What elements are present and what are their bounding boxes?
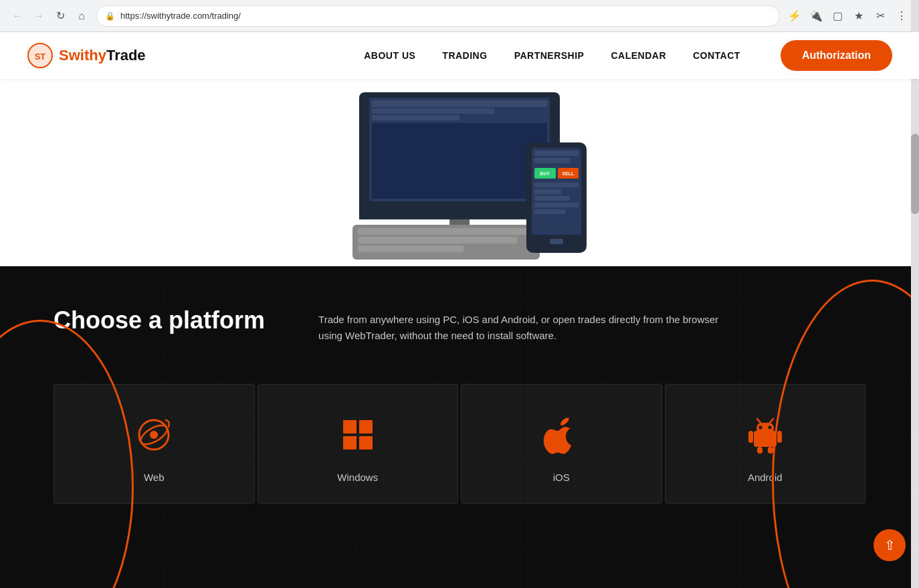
browser-chrome: ← → ↻ ⌂ 🔒 https://swithytrade.com/tradin… (0, 0, 919, 32)
phone-mockup: BUY SELL (526, 142, 587, 253)
scrollbar-track[interactable] (911, 0, 919, 588)
windows-icon (334, 411, 381, 458)
hero-devices: BUY SELL (346, 79, 573, 266)
browser-nav-buttons: ← → ↻ ⌂ (8, 7, 91, 25)
svg-rect-16 (748, 431, 753, 443)
svg-text:ST: ST (35, 52, 46, 62)
nav-link-calendar[interactable]: CALENDAR (611, 50, 666, 61)
svg-rect-9 (359, 436, 373, 450)
svg-point-5 (150, 431, 158, 439)
android-icon (742, 411, 789, 458)
platform-card-android[interactable]: Android (665, 384, 866, 504)
nav-item-about[interactable]: ABOUT US (364, 50, 415, 62)
keyboard (352, 225, 540, 260)
platform-description: Trade from anywhere using PC, iOS and An… (318, 306, 733, 344)
platform-card-ios[interactable]: iOS (461, 384, 662, 504)
nav-link-contact[interactable]: CONTACT (693, 50, 740, 61)
logo-text: SwithyTrade (59, 47, 146, 64)
nav-link-partnership[interactable]: PARTNERSHIP (514, 50, 585, 61)
menu-button[interactable]: ⋮ (892, 7, 911, 25)
lock-icon: 🔒 (105, 11, 115, 21)
platform-header: Choose a platform Trade from anywhere us… (54, 306, 865, 344)
svg-rect-7 (359, 420, 373, 433)
arrow-up-icon: ⇧ (884, 537, 896, 553)
nav-item-contact[interactable]: CONTACT (693, 50, 740, 62)
refresh-button[interactable]: ↻ (51, 7, 70, 25)
svg-rect-8 (343, 436, 356, 450)
platform-card-windows[interactable]: Windows (258, 384, 459, 504)
nav-link-about[interactable]: ABOUT US (364, 50, 415, 61)
platform-title: Choose a platform (54, 306, 265, 334)
dark-section: Choose a platform Trade from anywhere us… (0, 266, 919, 588)
nav-link-trading[interactable]: TRADING (442, 50, 487, 61)
address-bar[interactable]: 🔒 https://swithytrade.com/trading/ (96, 5, 780, 27)
forward-button[interactable]: → (29, 7, 48, 25)
nav-item-calendar[interactable]: CALENDAR (611, 50, 666, 62)
web-label: Web (144, 472, 165, 483)
svg-rect-6 (343, 420, 356, 433)
nav-item-trading[interactable]: TRADING (442, 50, 487, 62)
desktop-mockup: BUY SELL (346, 92, 573, 266)
back-button[interactable]: ← (8, 7, 27, 25)
ios-icon (538, 411, 585, 458)
bolt-icon-button[interactable]: ⚡ (785, 7, 804, 25)
web-icon (130, 411, 177, 458)
tools-button[interactable]: ✂ (871, 7, 890, 25)
monitor-screen (369, 98, 550, 201)
tab-button[interactable]: ▢ (828, 7, 847, 25)
url-text: https://swithytrade.com/trading/ (120, 11, 241, 21)
phone-screen: BUY SELL (532, 148, 581, 235)
svg-rect-17 (777, 431, 782, 443)
extensions-button[interactable]: 🔌 (807, 7, 825, 25)
android-label: Android (748, 472, 783, 483)
svg-line-14 (757, 419, 760, 423)
logo-icon: ST (27, 42, 54, 69)
nav-item-partnership[interactable]: PARTNERSHIP (514, 50, 585, 62)
platform-card-web[interactable]: Web (54, 384, 255, 504)
logo[interactable]: ST SwithyTrade (27, 42, 146, 69)
star-button[interactable]: ★ (849, 7, 868, 25)
svg-line-15 (770, 419, 773, 423)
platform-cards: Web Windows (54, 384, 865, 504)
ios-label: iOS (553, 472, 570, 483)
svg-point-13 (768, 426, 771, 429)
svg-point-12 (758, 426, 762, 429)
svg-rect-18 (757, 447, 762, 454)
navbar: ST SwithyTrade ABOUT US TRADING PARTNERS… (0, 32, 919, 79)
auth-button[interactable]: Authorization (781, 40, 892, 71)
nav-links: ABOUT US TRADING PARTNERSHIP CALENDAR CO… (364, 50, 740, 62)
home-button[interactable]: ⌂ (72, 7, 91, 25)
svg-rect-19 (768, 447, 773, 454)
scroll-to-top-button[interactable]: ⇧ (874, 529, 906, 561)
windows-label: Windows (337, 472, 378, 483)
browser-toolbar-right: ⚡ 🔌 ▢ ★ ✂ ⋮ (785, 7, 911, 25)
hero-section: BUY SELL (0, 79, 919, 266)
scrollbar-thumb[interactable] (911, 134, 919, 214)
website: ST SwithyTrade ABOUT US TRADING PARTNERS… (0, 32, 919, 588)
